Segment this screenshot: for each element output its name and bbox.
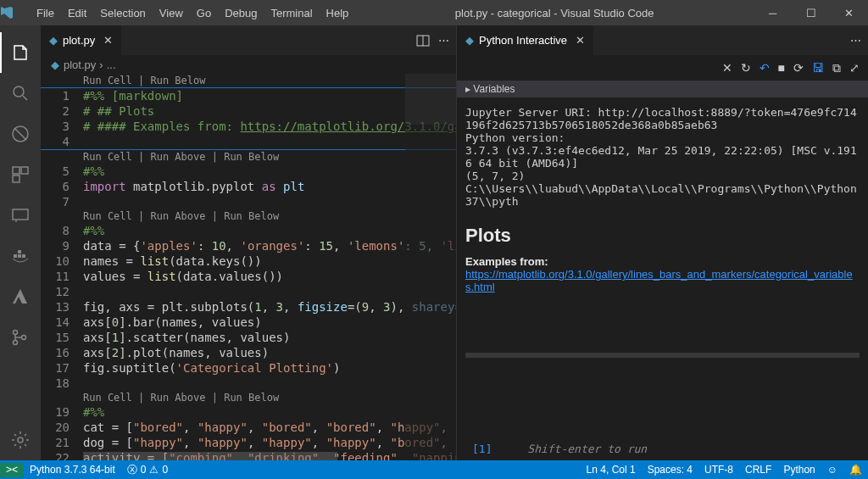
redo-icon[interactable]: ↻ <box>741 61 751 75</box>
menu-help[interactable]: Help <box>320 7 356 19</box>
error-icon: ⓧ <box>127 463 137 477</box>
split-editor-icon[interactable] <box>416 34 430 47</box>
activity-docker-icon[interactable] <box>0 236 41 276</box>
horizontal-scrollbar[interactable] <box>83 452 337 460</box>
svg-point-8 <box>15 220 17 222</box>
codelens[interactable]: Run Cell | Run Above | Run Below <box>41 391 456 404</box>
menu-selection[interactable]: Selection <box>93 7 152 19</box>
menu-go[interactable]: Go <box>190 7 218 19</box>
activity-explorer-icon[interactable] <box>0 32 41 73</box>
restart-icon[interactable]: ⟳ <box>793 61 804 75</box>
svg-line-1 <box>23 96 27 100</box>
svg-point-13 <box>14 331 18 335</box>
cancel-icon[interactable]: ✕ <box>722 61 732 75</box>
svg-line-3 <box>14 128 26 140</box>
plots-heading: Plots <box>465 225 860 247</box>
server-info-output: Jupyter Server URI: http://localhost:888… <box>457 97 868 216</box>
activity-azure-icon[interactable] <box>0 276 41 317</box>
tab-label: plot.py <box>63 34 95 47</box>
interactive-toolbar: ✕ ↻ ↶ ■ ⟳ 🖫 ⧉ ⤢ <box>457 55 868 81</box>
window-title: plot.py - categorical - Visual Studio Co… <box>355 7 754 19</box>
activity-debug-icon[interactable] <box>0 114 41 154</box>
cursor-position[interactable]: Ln 4, Col 1 <box>581 464 642 476</box>
vscode-logo-icon <box>0 6 30 19</box>
svg-rect-9 <box>14 254 17 258</box>
problems-indicator[interactable]: ⓧ0 ⚠0 <box>121 463 174 477</box>
menu-view[interactable]: View <box>153 7 190 19</box>
notifications-icon[interactable]: 🔔 <box>843 464 868 476</box>
tab-plot-py[interactable]: ◆ plot.py ✕ <box>41 25 122 55</box>
svg-rect-12 <box>22 254 25 258</box>
variables-section[interactable]: Variables <box>457 81 868 97</box>
svg-point-15 <box>22 336 26 340</box>
activity-remote-icon[interactable] <box>0 195 41 236</box>
python-interactive-panel: ◆ Python Interactive ✕ ⋯ ✕ ↻ ↶ ■ ⟳ 🖫 ⧉ ⤢… <box>456 25 868 460</box>
tab-python-interactive[interactable]: ◆ Python Interactive ✕ <box>457 25 594 55</box>
menu-bar: File Edit Selection View Go Debug Termin… <box>30 7 355 19</box>
menu-edit[interactable]: Edit <box>61 7 93 19</box>
menu-file[interactable]: File <box>30 7 61 19</box>
eol[interactable]: CRLF <box>739 464 777 476</box>
code-editor[interactable]: Run Cell | Run Below 1#%% [markdown] 2# … <box>41 74 456 460</box>
codelens[interactable]: Run Cell | Run Above | Run Below <box>41 150 456 164</box>
activity-extensions-icon[interactable] <box>0 154 41 195</box>
warning-icon: ⚠ <box>149 464 159 476</box>
python-version[interactable]: Python 3.7.3 64-bit <box>24 463 121 477</box>
svg-rect-7 <box>13 209 28 220</box>
expand-icon[interactable]: ⤢ <box>849 61 860 75</box>
menu-debug[interactable]: Debug <box>218 7 264 19</box>
svg-point-14 <box>14 341 18 345</box>
feedback-icon[interactable]: ☺ <box>821 464 843 476</box>
stop-icon[interactable]: ■ <box>778 61 785 75</box>
activity-search-icon[interactable] <box>0 73 41 114</box>
menu-terminal[interactable]: Terminal <box>264 7 319 19</box>
undo-icon[interactable]: ↶ <box>760 61 770 75</box>
encoding[interactable]: UTF-8 <box>698 464 739 476</box>
editor-tabs: ◆ plot.py ✕ ⋯ <box>41 25 456 55</box>
svg-rect-5 <box>21 167 28 174</box>
svg-rect-11 <box>18 250 21 253</box>
more-actions-icon[interactable]: ⋯ <box>438 34 449 47</box>
maximize-icon[interactable]: ☐ <box>792 0 830 25</box>
codelens[interactable]: Run Cell | Run Below <box>41 74 456 87</box>
breadcrumbs[interactable]: ◆ plot.py › ... <box>41 55 456 74</box>
remote-indicator[interactable]: >< <box>0 463 24 477</box>
svg-rect-4 <box>13 167 19 174</box>
minimap[interactable] <box>405 74 456 460</box>
language-mode[interactable]: Python <box>777 464 821 476</box>
svg-rect-6 <box>13 175 19 182</box>
codelens[interactable]: Run Cell | Run Above | Run Below <box>41 209 456 223</box>
save-icon[interactable]: 🖫 <box>812 61 824 75</box>
activity-settings-icon[interactable] <box>0 420 41 460</box>
examples-link[interactable]: https://matplotlib.org/3.1.0/gallery/lin… <box>465 268 853 293</box>
tab-close-icon[interactable]: ✕ <box>576 34 585 47</box>
titlebar: File Edit Selection View Go Debug Termin… <box>0 0 868 25</box>
python-file-icon: ◆ <box>49 34 58 47</box>
activity-bar <box>0 25 41 460</box>
activity-git-icon[interactable] <box>0 317 41 358</box>
editor-area: ◆ plot.py ✕ ⋯ ◆ plot.py › ... Run Cell |… <box>41 25 456 460</box>
indentation[interactable]: Spaces: 4 <box>642 464 698 476</box>
more-actions-icon[interactable]: ⋯ <box>850 34 861 47</box>
tab-close-icon[interactable]: ✕ <box>103 34 113 47</box>
minimize-icon[interactable]: ─ <box>754 0 792 25</box>
statusbar: >< Python 3.7.3 64-bit ⓧ0 ⚠0 Ln 4, Col 1… <box>0 460 868 479</box>
close-icon[interactable]: ✕ <box>830 0 868 25</box>
copy-icon[interactable]: ⧉ <box>832 61 841 75</box>
svg-rect-10 <box>18 254 21 258</box>
cell-input-prompt[interactable]: [1] Shift-enter to run <box>457 437 868 460</box>
python-file-icon: ◆ <box>465 34 474 47</box>
python-file-icon: ◆ <box>51 58 59 71</box>
examples-label: Examples from: <box>465 255 860 268</box>
svg-point-0 <box>14 86 24 97</box>
svg-point-16 <box>18 437 23 443</box>
